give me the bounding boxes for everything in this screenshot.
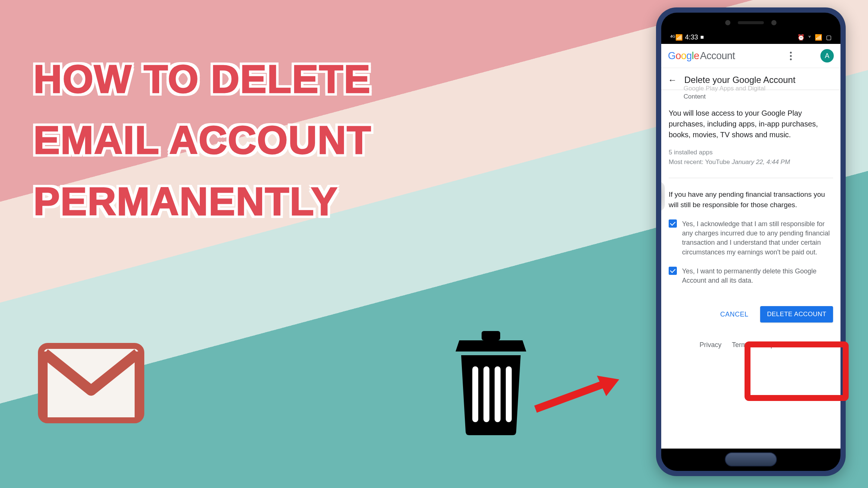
apps-meta: 5 installed apps Most recent: YouTube Ja…: [669, 148, 833, 167]
title-line-1: How To Delete: [33, 48, 372, 109]
video-icon: ■: [700, 34, 704, 41]
checkbox-label-2: Yes, I want to permanently delete this G…: [682, 267, 833, 285]
wifi-icon: 📶: [815, 34, 822, 41]
title-line-3: permanently: [33, 171, 372, 232]
warning-text: You will lose access to your Google Play…: [669, 108, 833, 140]
battery-icon: ▢: [826, 34, 832, 41]
phone-screen: GoogleAccount A ← Delete your Google Acc…: [661, 44, 840, 449]
svg-rect-1: [482, 331, 500, 340]
gmail-icon: [37, 342, 145, 424]
footer-links: Privacy Terms Help About: [661, 330, 840, 356]
status-bar: ⁴ᴳ📶 4:33 ■ ⏰ ᵛ 📶 ▢: [661, 30, 840, 44]
financial-warning: If you have any pending financial transa…: [669, 189, 833, 210]
checkbox-label-1: Yes, I acknowledge that I am still respo…: [682, 219, 833, 257]
checkbox-delete-confirm[interactable]: [669, 267, 677, 275]
footer-privacy[interactable]: Privacy: [700, 341, 721, 349]
delete-account-button[interactable]: DELETE ACCOUNT: [760, 306, 833, 322]
content-fragment: Content: [669, 93, 833, 100]
footer-help[interactable]: Help: [761, 341, 774, 349]
checkbox-row-1: Yes, I acknowledge that I am still respo…: [669, 219, 833, 257]
recent-app-line: Most recent: YouTube January 22, 4:44 PM: [669, 157, 833, 167]
svg-rect-5: [506, 366, 512, 422]
scroll-indicator: [661, 182, 665, 211]
alarm-icon: ⏰: [797, 34, 805, 41]
svg-rect-3: [483, 366, 489, 422]
back-arrow-icon[interactable]: ←: [668, 75, 677, 85]
ghost-text: Google Play Apps and Digital: [684, 85, 765, 92]
checkbox-row-2: Yes, I want to permanently delete this G…: [669, 267, 833, 285]
divider: [669, 178, 833, 178]
signal-icon: ⁴ᴳ📶: [670, 34, 683, 41]
phone-frame: ⁴ᴳ📶 4:33 ■ ⏰ ᵛ 📶 ▢ GoogleAccount: [656, 7, 846, 476]
apps-icon[interactable]: [803, 51, 812, 60]
highlight-arrow: [532, 372, 629, 417]
svg-rect-4: [495, 366, 501, 422]
checkbox-charges[interactable]: [669, 219, 677, 228]
menu-icon[interactable]: [786, 51, 795, 60]
page-title-bar: ← Delete your Google Account Google Play…: [661, 68, 840, 90]
cancel-button[interactable]: CANCEL: [716, 307, 753, 322]
home-button[interactable]: [725, 452, 777, 466]
page-title: Delete your Google Account: [684, 75, 795, 85]
title-line-2: email account: [33, 109, 372, 170]
footer-terms[interactable]: Terms: [732, 341, 750, 349]
app-header: GoogleAccount A: [661, 44, 840, 68]
status-time: 4:33: [685, 33, 698, 41]
phone-camera: [725, 20, 777, 25]
trash-icon: [450, 331, 532, 435]
avatar[interactable]: A: [820, 49, 834, 62]
google-logo: GoogleAccount: [668, 50, 735, 62]
installed-apps-count: 5 installed apps: [669, 148, 833, 157]
action-buttons: CANCEL DELETE ACCOUNT: [661, 299, 840, 326]
thumbnail-title: How To Delete email account permanently: [33, 48, 372, 232]
vibrate-icon: ᵛ: [808, 34, 811, 41]
footer-about[interactable]: About: [785, 341, 802, 349]
svg-rect-2: [472, 366, 478, 422]
